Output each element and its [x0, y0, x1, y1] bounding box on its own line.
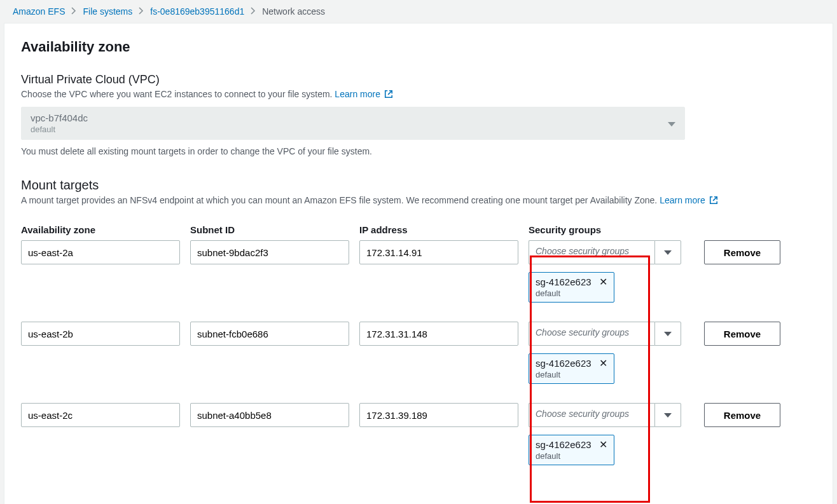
az-select[interactable] — [21, 322, 180, 346]
security-group-dropdown-button[interactable] — [654, 403, 681, 427]
security-group-name: default — [536, 451, 591, 461]
col-header-ip: IP address — [359, 224, 518, 240]
mount-desc-text: A mount target provides an NFSv4 endpoin… — [21, 195, 660, 205]
chevron-right-icon — [251, 6, 256, 17]
vpc-desc-text: Choose the VPC where you want EC2 instan… — [21, 89, 335, 99]
caret-down-icon — [664, 413, 672, 418]
remove-tag-icon[interactable]: ✕ — [598, 276, 609, 288]
security-group-combobox[interactable]: Choose security groups — [529, 322, 681, 346]
page-title: Availability zone — [21, 39, 816, 55]
security-group-name: default — [536, 289, 591, 298]
security-group-id: sg-4162e623 — [536, 276, 591, 287]
remove-tag-icon[interactable]: ✕ — [598, 358, 609, 369]
security-group-combobox[interactable]: Choose security groups — [529, 240, 681, 264]
security-group-dropdown-button[interactable] — [654, 322, 681, 346]
chevron-right-icon — [139, 6, 144, 17]
remove-button[interactable]: Remove — [704, 322, 780, 346]
vpc-hint: You must delete all existing mount targe… — [21, 146, 816, 156]
col-header-subnet: Subnet ID — [190, 224, 349, 240]
subnet-select[interactable] — [190, 240, 349, 264]
subnet-select[interactable] — [190, 403, 349, 427]
external-link-icon — [384, 90, 393, 100]
vpc-selected-id: vpc-b7f404dc — [31, 112, 659, 123]
vpc-desc: Choose the VPC where you want EC2 instan… — [21, 89, 816, 100]
vpc-label: Virtual Private Cloud (VPC) — [21, 73, 816, 86]
vpc-select: vpc-b7f404dc default — [21, 107, 685, 140]
mount-targets-title: Mount targets — [21, 178, 816, 193]
caret-down-icon — [664, 332, 672, 336]
breadcrumb-fsid[interactable]: fs-0e8169eb3951166d1 — [150, 6, 244, 17]
remove-tag-icon[interactable]: ✕ — [598, 439, 609, 451]
caret-down-icon — [664, 250, 672, 255]
security-group-tag: sg-4162e623 default ✕ — [529, 353, 614, 384]
mount-targets-desc: A mount target provides an NFSv4 endpoin… — [21, 195, 816, 207]
ip-input[interactable] — [359, 240, 518, 264]
breadcrumb-filesystems[interactable]: File systems — [83, 6, 132, 17]
security-group-name: default — [536, 370, 591, 379]
vpc-selected-name: default — [31, 125, 659, 134]
security-group-input[interactable]: Choose security groups — [529, 322, 654, 346]
col-header-az: Availability zone — [21, 224, 180, 240]
security-group-combobox[interactable]: Choose security groups — [529, 403, 681, 427]
security-group-input[interactable]: Choose security groups — [529, 240, 654, 264]
chevron-right-icon — [71, 6, 76, 17]
breadcrumb-root[interactable]: Amazon EFS — [13, 6, 65, 17]
col-header-sg: Security groups — [529, 224, 694, 240]
security-group-id: sg-4162e623 — [536, 358, 591, 369]
caret-down-icon — [668, 118, 675, 128]
main-panel: Availability zone Virtual Private Cloud … — [4, 23, 833, 504]
ip-input[interactable] — [359, 403, 518, 427]
mount-targets-grid: Availability zone Subnet ID IP address S… — [21, 224, 816, 484]
breadcrumb: Amazon EFS File systems fs-0e8169eb39511… — [0, 0, 837, 23]
az-select[interactable] — [21, 240, 180, 264]
security-group-tag: sg-4162e623 default ✕ — [529, 272, 614, 303]
az-select[interactable] — [21, 403, 180, 427]
remove-button[interactable]: Remove — [704, 240, 780, 264]
external-link-icon — [709, 196, 718, 207]
security-group-input[interactable]: Choose security groups — [529, 403, 654, 427]
security-group-tag: sg-4162e623 default ✕ — [529, 435, 614, 465]
vpc-learn-link[interactable]: Learn more — [335, 89, 392, 99]
subnet-select[interactable] — [190, 322, 349, 346]
security-group-dropdown-button[interactable] — [654, 240, 681, 264]
ip-input[interactable] — [359, 322, 518, 346]
breadcrumb-current: Network access — [262, 6, 325, 17]
remove-button[interactable]: Remove — [704, 403, 780, 427]
security-group-id: sg-4162e623 — [536, 439, 591, 450]
mount-learn-link[interactable]: Learn more — [660, 195, 717, 205]
